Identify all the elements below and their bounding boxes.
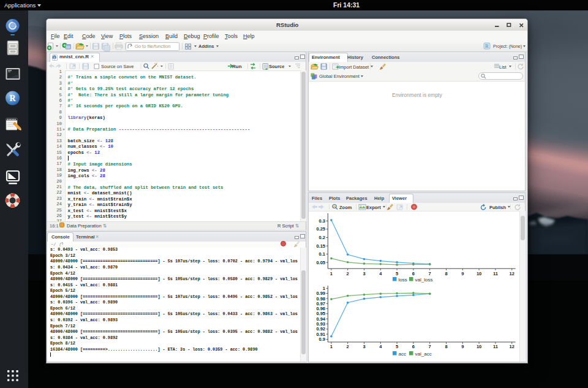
svg-text:1: 1 [330, 344, 333, 349]
svg-text:12: 12 [510, 344, 514, 349]
svg-text:3: 3 [363, 271, 365, 276]
svg-text:acc: acc [399, 351, 406, 357]
svg-text:5: 5 [396, 344, 398, 349]
svg-text:7: 7 [429, 271, 431, 276]
svg-text:2: 2 [347, 271, 349, 276]
svg-text:11: 11 [493, 344, 498, 349]
svg-text:10: 10 [477, 271, 481, 276]
svg-text:0.05: 0.05 [316, 260, 325, 265]
svg-text:0.2: 0.2 [319, 235, 325, 240]
svg-text:R: R [9, 94, 16, 103]
svg-text:4: 4 [379, 344, 382, 349]
svg-text:val_acc: val_acc [415, 351, 432, 357]
svg-text:5: 5 [396, 271, 398, 276]
svg-text:7: 7 [429, 344, 431, 349]
svg-text:R: R [53, 56, 56, 59]
svg-text:R: R [485, 44, 489, 49]
svg-text:12: 12 [510, 271, 514, 276]
svg-text:9: 9 [461, 271, 464, 276]
svg-text:0.3: 0.3 [319, 218, 325, 224]
svg-text:8: 8 [445, 271, 447, 276]
svg-text:2: 2 [347, 344, 349, 349]
svg-text:3: 3 [363, 344, 365, 349]
svg-text:loss: loss [399, 277, 407, 283]
svg-text:val_loss: val_loss [415, 277, 433, 283]
svg-text:6: 6 [412, 344, 415, 349]
svg-text:11: 11 [493, 271, 498, 276]
svg-text:0.9: 0.9 [319, 337, 325, 342]
svg-text:1: 1 [330, 271, 333, 276]
svg-text:0.15: 0.15 [316, 243, 325, 249]
svg-text:6: 6 [412, 271, 415, 276]
svg-text:10: 10 [477, 344, 481, 349]
svg-text:8: 8 [445, 344, 447, 349]
svg-text:9: 9 [461, 344, 464, 349]
svg-text:0.1: 0.1 [319, 251, 325, 257]
svg-text:4: 4 [379, 271, 382, 276]
svg-text:0.25: 0.25 [316, 226, 325, 232]
